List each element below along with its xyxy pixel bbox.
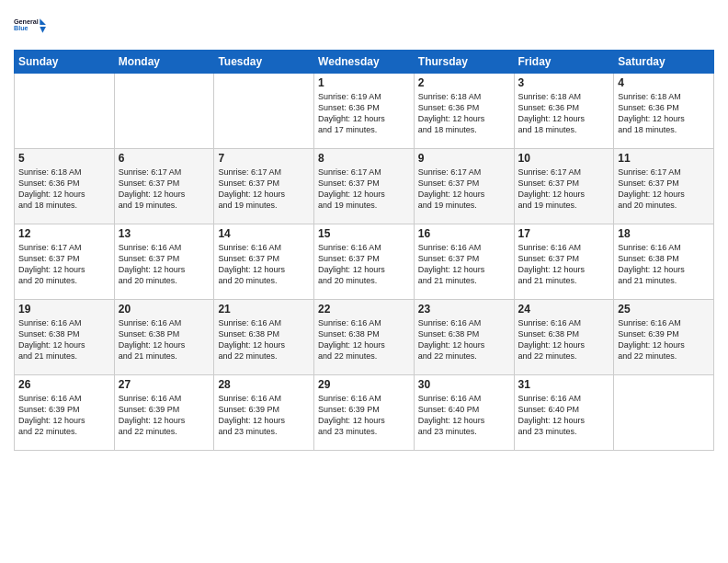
day-number: 9 (418, 152, 510, 165)
calendar-week-4: 19Sunrise: 6:16 AM Sunset: 6:38 PM Dayli… (15, 300, 714, 375)
page: GeneralBlue SundayMondayTuesdayWednesday… (0, 0, 728, 563)
day-header-monday: Monday (114, 51, 214, 74)
day-info: Sunrise: 6:16 AM Sunset: 6:38 PM Dayligh… (18, 317, 110, 362)
day-number: 6 (119, 152, 210, 165)
calendar-cell: 25Sunrise: 6:16 AM Sunset: 6:39 PM Dayli… (614, 300, 714, 375)
day-number: 23 (418, 303, 510, 316)
day-info: Sunrise: 6:17 AM Sunset: 6:37 PM Dayligh… (418, 167, 510, 212)
svg-marker-3 (40, 27, 46, 33)
day-number: 21 (218, 303, 310, 316)
day-number: 26 (18, 378, 110, 391)
day-number: 31 (518, 378, 610, 391)
calendar-cell (214, 74, 314, 149)
logo-icon: GeneralBlue (14, 9, 47, 42)
calendar-cell: 16Sunrise: 6:16 AM Sunset: 6:37 PM Dayli… (414, 224, 514, 300)
calendar-table: SundayMondayTuesdayWednesdayThursdayFrid… (14, 50, 714, 451)
calendar-cell: 27Sunrise: 6:16 AM Sunset: 6:39 PM Dayli… (114, 375, 214, 451)
day-info: Sunrise: 6:16 AM Sunset: 6:38 PM Dayligh… (618, 242, 710, 287)
calendar-cell: 17Sunrise: 6:16 AM Sunset: 6:37 PM Dayli… (514, 224, 614, 300)
calendar-cell: 21Sunrise: 6:16 AM Sunset: 6:38 PM Dayli… (214, 300, 314, 375)
day-header-tuesday: Tuesday (214, 51, 314, 74)
day-header-saturday: Saturday (614, 51, 714, 74)
day-info: Sunrise: 6:16 AM Sunset: 6:40 PM Dayligh… (518, 393, 610, 438)
day-number: 30 (418, 378, 510, 391)
calendar-cell: 12Sunrise: 6:17 AM Sunset: 6:37 PM Dayli… (15, 224, 115, 300)
header: GeneralBlue (14, 9, 714, 42)
day-number: 25 (618, 303, 710, 316)
calendar-cell: 5Sunrise: 6:18 AM Sunset: 6:36 PM Daylig… (15, 149, 115, 224)
day-number: 24 (518, 303, 610, 316)
day-header-thursday: Thursday (414, 51, 514, 74)
day-header-friday: Friday (514, 51, 614, 74)
day-header-wednesday: Wednesday (314, 51, 415, 74)
day-info: Sunrise: 6:16 AM Sunset: 6:39 PM Dayligh… (318, 393, 410, 438)
day-info: Sunrise: 6:16 AM Sunset: 6:37 PM Dayligh… (518, 242, 610, 287)
day-info: Sunrise: 6:18 AM Sunset: 6:36 PM Dayligh… (618, 91, 710, 136)
day-info: Sunrise: 6:16 AM Sunset: 6:37 PM Dayligh… (218, 242, 310, 287)
day-info: Sunrise: 6:17 AM Sunset: 6:37 PM Dayligh… (119, 167, 210, 212)
calendar-week-1: 1Sunrise: 6:19 AM Sunset: 6:36 PM Daylig… (15, 74, 714, 149)
calendar-week-5: 26Sunrise: 6:16 AM Sunset: 6:39 PM Dayli… (15, 375, 714, 451)
calendar-cell (614, 375, 714, 451)
calendar-cell: 8Sunrise: 6:17 AM Sunset: 6:37 PM Daylig… (314, 149, 415, 224)
calendar-cell: 19Sunrise: 6:16 AM Sunset: 6:38 PM Dayli… (15, 300, 115, 375)
day-number: 17 (518, 227, 610, 240)
day-info: Sunrise: 6:19 AM Sunset: 6:36 PM Dayligh… (318, 91, 410, 136)
day-info: Sunrise: 6:17 AM Sunset: 6:37 PM Dayligh… (618, 167, 710, 212)
day-info: Sunrise: 6:18 AM Sunset: 6:36 PM Dayligh… (418, 91, 510, 136)
calendar-cell: 28Sunrise: 6:16 AM Sunset: 6:39 PM Dayli… (214, 375, 314, 451)
day-number: 19 (18, 303, 110, 316)
day-info: Sunrise: 6:16 AM Sunset: 6:40 PM Dayligh… (418, 393, 510, 438)
day-info: Sunrise: 6:16 AM Sunset: 6:37 PM Dayligh… (418, 242, 510, 287)
calendar-cell: 13Sunrise: 6:16 AM Sunset: 6:37 PM Dayli… (114, 224, 214, 300)
calendar-week-2: 5Sunrise: 6:18 AM Sunset: 6:36 PM Daylig… (15, 149, 714, 224)
day-number: 7 (218, 152, 310, 165)
day-number: 8 (318, 152, 410, 165)
calendar-cell: 6Sunrise: 6:17 AM Sunset: 6:37 PM Daylig… (114, 149, 214, 224)
day-info: Sunrise: 6:16 AM Sunset: 6:38 PM Dayligh… (218, 317, 310, 362)
day-number: 3 (518, 76, 610, 89)
day-number: 28 (218, 378, 310, 391)
svg-text:Blue: Blue (14, 24, 28, 32)
day-info: Sunrise: 6:16 AM Sunset: 6:37 PM Dayligh… (318, 242, 410, 287)
calendar-week-3: 12Sunrise: 6:17 AM Sunset: 6:37 PM Dayli… (15, 224, 714, 300)
day-info: Sunrise: 6:18 AM Sunset: 6:36 PM Dayligh… (518, 91, 610, 136)
calendar-cell: 3Sunrise: 6:18 AM Sunset: 6:36 PM Daylig… (514, 74, 614, 149)
day-info: Sunrise: 6:18 AM Sunset: 6:36 PM Dayligh… (18, 167, 110, 212)
calendar-cell: 26Sunrise: 6:16 AM Sunset: 6:39 PM Dayli… (15, 375, 115, 451)
day-number: 29 (318, 378, 410, 391)
calendar-cell (114, 74, 214, 149)
calendar-cell: 11Sunrise: 6:17 AM Sunset: 6:37 PM Dayli… (614, 149, 714, 224)
day-number: 14 (218, 227, 310, 240)
day-number: 18 (618, 227, 710, 240)
calendar-cell: 24Sunrise: 6:16 AM Sunset: 6:38 PM Dayli… (514, 300, 614, 375)
calendar-cell: 29Sunrise: 6:16 AM Sunset: 6:39 PM Dayli… (314, 375, 415, 451)
day-info: Sunrise: 6:16 AM Sunset: 6:38 PM Dayligh… (418, 317, 510, 362)
day-info: Sunrise: 6:16 AM Sunset: 6:39 PM Dayligh… (618, 317, 710, 362)
day-info: Sunrise: 6:17 AM Sunset: 6:37 PM Dayligh… (218, 167, 310, 212)
day-info: Sunrise: 6:16 AM Sunset: 6:39 PM Dayligh… (119, 393, 210, 438)
day-number: 27 (119, 378, 210, 391)
calendar-cell: 9Sunrise: 6:17 AM Sunset: 6:37 PM Daylig… (414, 149, 514, 224)
logo: GeneralBlue (14, 9, 47, 42)
day-number: 13 (119, 227, 210, 240)
day-info: Sunrise: 6:16 AM Sunset: 6:38 PM Dayligh… (518, 317, 610, 362)
calendar-header-row: SundayMondayTuesdayWednesdayThursdayFrid… (15, 51, 714, 74)
calendar-cell: 2Sunrise: 6:18 AM Sunset: 6:36 PM Daylig… (414, 74, 514, 149)
calendar-cell: 30Sunrise: 6:16 AM Sunset: 6:40 PM Dayli… (414, 375, 514, 451)
calendar-cell: 22Sunrise: 6:16 AM Sunset: 6:38 PM Dayli… (314, 300, 415, 375)
calendar-cell: 31Sunrise: 6:16 AM Sunset: 6:40 PM Dayli… (514, 375, 614, 451)
day-number: 4 (618, 76, 710, 89)
day-number: 12 (18, 227, 110, 240)
calendar-cell: 23Sunrise: 6:16 AM Sunset: 6:38 PM Dayli… (414, 300, 514, 375)
day-number: 20 (119, 303, 210, 316)
day-info: Sunrise: 6:17 AM Sunset: 6:37 PM Dayligh… (18, 242, 110, 287)
calendar-cell: 18Sunrise: 6:16 AM Sunset: 6:38 PM Dayli… (614, 224, 714, 300)
calendar-cell: 7Sunrise: 6:17 AM Sunset: 6:37 PM Daylig… (214, 149, 314, 224)
svg-marker-2 (40, 18, 46, 25)
calendar-cell (15, 74, 115, 149)
calendar-cell: 4Sunrise: 6:18 AM Sunset: 6:36 PM Daylig… (614, 74, 714, 149)
day-number: 2 (418, 76, 510, 89)
calendar-cell: 20Sunrise: 6:16 AM Sunset: 6:38 PM Dayli… (114, 300, 214, 375)
day-number: 10 (518, 152, 610, 165)
